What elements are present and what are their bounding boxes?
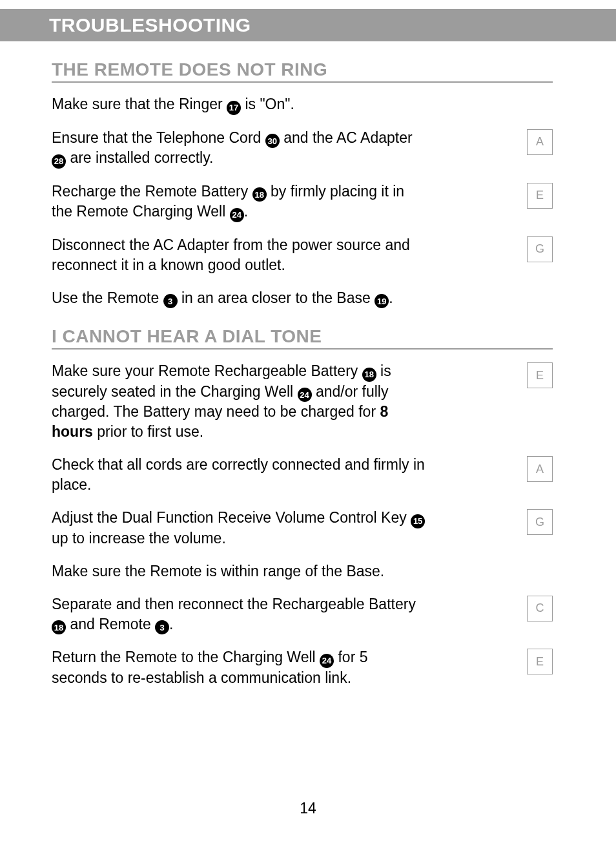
troubleshoot-row: Make sure the Remote is within range of … xyxy=(52,561,553,581)
troubleshoot-text: Make sure your Remote Rechargeable Batte… xyxy=(52,361,426,442)
reference-number-icon: 19 xyxy=(375,294,389,308)
reference-number-icon: 18 xyxy=(252,187,267,202)
reference-box: G xyxy=(527,236,553,262)
troubleshoot-row: Return the Remote to the Charging Well 2… xyxy=(52,647,553,688)
section-heading: THE REMOTE DOES NOT RING xyxy=(52,59,553,83)
troubleshoot-row: Disconnect the AC Adapter from the power… xyxy=(52,235,553,275)
troubleshoot-text: Check that all cords are correctly conne… xyxy=(52,455,426,495)
reference-box: E xyxy=(527,649,553,674)
reference-box: E xyxy=(527,183,553,209)
reference-box: A xyxy=(527,129,553,155)
page-number: 14 xyxy=(0,800,616,817)
troubleshoot-text: Make sure the Remote is within range of … xyxy=(52,561,384,581)
troubleshoot-text: Recharge the Remote Battery 18 by firmly… xyxy=(52,182,426,222)
troubleshoot-text: Adjust the Dual Function Receive Volume … xyxy=(52,508,426,548)
troubleshoot-row: Separate and then reconnect the Recharge… xyxy=(52,594,553,635)
bold-text: 8 hours xyxy=(52,403,388,440)
troubleshoot-row: Adjust the Dual Function Receive Volume … xyxy=(52,508,553,548)
reference-number-icon: 18 xyxy=(362,368,376,382)
troubleshoot-text: Ensure that the Telephone Cord 30 and th… xyxy=(52,128,426,169)
reference-number-icon: 24 xyxy=(230,208,244,222)
troubleshoot-row: Ensure that the Telephone Cord 30 and th… xyxy=(52,128,553,169)
content-area: THE REMOTE DOES NOT RINGMake sure that t… xyxy=(0,59,616,688)
troubleshoot-row: Make sure that the Ringer 17 is "On". xyxy=(52,94,553,115)
troubleshoot-row: Recharge the Remote Battery 18 by firmly… xyxy=(52,182,553,222)
troubleshoot-text: Separate and then reconnect the Recharge… xyxy=(52,594,426,635)
reference-number-icon: 3 xyxy=(163,294,178,308)
section-heading: I CANNOT HEAR A DIAL TONE xyxy=(52,326,553,350)
troubleshoot-text: Disconnect the AC Adapter from the power… xyxy=(52,235,426,275)
troubleshoot-text: Make sure that the Ringer 17 is "On". xyxy=(52,94,294,115)
troubleshoot-text: Use the Remote 3 in an area closer to th… xyxy=(52,288,393,309)
reference-box: C xyxy=(527,596,553,621)
reference-number-icon: 3 xyxy=(155,620,169,634)
reference-number-icon: 24 xyxy=(298,388,312,402)
troubleshoot-row: Check that all cords are correctly conne… xyxy=(52,455,553,495)
troubleshoot-row: Make sure your Remote Rechargeable Batte… xyxy=(52,361,553,442)
troubleshoot-row: Use the Remote 3 in an area closer to th… xyxy=(52,288,553,309)
reference-number-icon: 28 xyxy=(52,154,66,169)
reference-number-icon: 15 xyxy=(411,514,425,528)
reference-number-icon: 30 xyxy=(265,134,280,148)
reference-box: E xyxy=(527,362,553,388)
reference-number-icon: 18 xyxy=(52,620,66,634)
reference-number-icon: 24 xyxy=(320,654,334,668)
troubleshoot-text: Return the Remote to the Charging Well 2… xyxy=(52,647,426,688)
reference-number-icon: 17 xyxy=(227,101,241,115)
page-header: TROUBLESHOOTING xyxy=(0,9,616,41)
reference-box: G xyxy=(527,509,553,535)
reference-box: A xyxy=(527,456,553,482)
